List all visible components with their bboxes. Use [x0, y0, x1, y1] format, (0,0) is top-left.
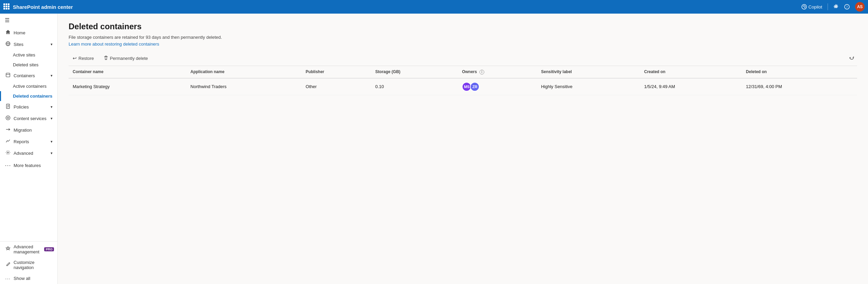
svg-rect-6 [3, 8, 5, 10]
col-created-on: Created on [640, 66, 742, 78]
sidebar-item-policies[interactable]: Policies ▾ [0, 101, 57, 113]
sidebar: ☰ Home Sites ▾ Active sites [0, 14, 58, 284]
user-avatar[interactable]: AS [855, 2, 865, 12]
cell-container-name: Marketing Strategy [69, 78, 186, 95]
page-description: File storage containers are retained for… [69, 35, 857, 40]
sidebar-label-migration: Migration [14, 128, 32, 133]
sidebar-label-reports: Reports [14, 139, 29, 144]
customize-navigation-label: Customize navigation [14, 260, 53, 270]
sidebar-label-sites: Sites [14, 42, 23, 47]
delete-icon [104, 55, 108, 61]
active-containers-label: Active containers [13, 84, 47, 89]
permanently-delete-label: Permanently delete [110, 56, 148, 61]
deleted-containers-label: Deleted containers [13, 94, 52, 99]
reports-icon [5, 138, 11, 145]
col-container-name: Container name [69, 66, 186, 78]
permanently-delete-button[interactable]: Permanently delete [100, 54, 152, 63]
sidebar-label-advanced: Advanced [14, 151, 33, 156]
layout: ☰ Home Sites ▾ Active sites [0, 14, 868, 284]
svg-text:?: ? [846, 5, 848, 9]
restore-button[interactable]: ↩ Restore [69, 54, 98, 63]
sidebar-item-reports[interactable]: Reports ▾ [0, 136, 57, 147]
cell-publisher: Other [302, 78, 371, 95]
more-features-icon: ⋯ [5, 162, 11, 169]
table-header: Container name Application name Publishe… [69, 66, 857, 78]
sites-chevron-icon: ▾ [51, 42, 53, 47]
owners-info-icon[interactable]: i [480, 70, 484, 74]
help-button[interactable]: ? [844, 4, 850, 10]
col-sensitivity-label: Sensitivity label [537, 66, 640, 78]
migration-icon [5, 127, 11, 133]
svg-point-22 [7, 117, 9, 119]
sidebar-item-customize-navigation[interactable]: Customize navigation [0, 257, 57, 273]
table-body: Marketing Strategy Northwind Traders Oth… [69, 78, 857, 95]
topbar-title: SharePoint admin center [13, 4, 801, 10]
topbar: SharePoint admin center Copilot ? AS [0, 0, 868, 14]
sidebar-item-deleted-sites[interactable]: Deleted sites [0, 60, 57, 70]
sidebar-label-containers: Containers [14, 73, 35, 78]
sidebar-item-home[interactable]: Home [0, 27, 57, 38]
table-row[interactable]: Marketing Strategy Northwind Traders Oth… [69, 78, 857, 95]
advanced-management-icon [5, 246, 11, 252]
svg-point-9 [802, 4, 807, 9]
svg-rect-8 [8, 8, 10, 10]
refresh-button[interactable] [846, 53, 857, 63]
sidebar-item-deleted-containers[interactable]: Deleted containers [0, 91, 57, 101]
reports-chevron-icon: ▾ [51, 139, 53, 144]
cell-storage: 0.10 [371, 78, 458, 95]
app-grid-icon[interactable] [3, 3, 10, 11]
advanced-chevron-icon: ▾ [51, 151, 53, 155]
hamburger-button[interactable]: ☰ [0, 14, 57, 27]
owner-avatar: ZR [470, 82, 480, 91]
sidebar-item-sites[interactable]: Sites ▾ [0, 38, 57, 50]
col-owners: Owners i [458, 66, 537, 78]
copilot-button[interactable]: Copilot [801, 4, 822, 10]
cell-sensitivity-label: Highly Sensitive [537, 78, 640, 95]
svg-rect-4 [6, 5, 7, 7]
svg-rect-3 [3, 5, 5, 7]
topbar-right: Copilot ? AS [801, 2, 865, 12]
svg-rect-1 [6, 3, 7, 5]
content-services-icon [5, 115, 11, 121]
home-icon [5, 30, 11, 36]
svg-rect-7 [6, 8, 7, 10]
svg-rect-0 [3, 3, 5, 5]
cell-application-name: Northwind Traders [186, 78, 302, 95]
cell-created-on: 1/5/24, 9:49 AM [640, 78, 742, 95]
sidebar-item-migration[interactable]: Migration [0, 124, 57, 136]
svg-rect-15 [6, 73, 10, 77]
cell-owners: MSZR [458, 78, 537, 95]
customize-nav-icon [5, 262, 11, 268]
settings-button[interactable] [833, 4, 839, 10]
sidebar-item-active-containers[interactable]: Active containers [0, 81, 57, 91]
svg-point-21 [6, 116, 10, 120]
topbar-divider [828, 3, 828, 10]
cell-deleted-on: 12/31/69, 4:00 PM [742, 78, 857, 95]
main-content: Deleted containers File storage containe… [58, 14, 868, 284]
policies-icon [5, 104, 11, 110]
sidebar-label-home: Home [14, 30, 25, 35]
table-header-row: Container name Application name Publishe… [69, 66, 857, 78]
sidebar-item-advanced-management[interactable]: Advanced management PRO [0, 241, 57, 257]
content-services-chevron-icon: ▾ [51, 116, 53, 121]
toolbar: ↩ Restore Permanently delete [69, 53, 857, 66]
sidebar-item-advanced[interactable]: Advanced ▾ [0, 147, 57, 159]
sidebar-item-containers[interactable]: Containers ▾ [0, 70, 57, 81]
sidebar-item-show-all[interactable]: ··· Show all [0, 273, 57, 284]
deleted-sites-label: Deleted sites [13, 62, 38, 67]
advanced-management-label: Advanced management [14, 244, 39, 254]
learn-more-link[interactable]: Learn more about restoring deleted conta… [69, 41, 159, 47]
svg-rect-5 [8, 5, 10, 7]
table-container: Container name Application name Publishe… [69, 66, 857, 95]
col-storage: Storage (GB) [371, 66, 458, 78]
pro-badge: PRO [44, 247, 54, 251]
sidebar-item-more-features[interactable]: ⋯ More features [0, 159, 57, 172]
sidebar-label-policies: Policies [14, 104, 29, 110]
sidebar-item-content-services[interactable]: Content services ▾ [0, 113, 57, 124]
show-all-icon: ··· [5, 275, 11, 281]
col-publisher: Publisher [302, 66, 371, 78]
sidebar-item-active-sites[interactable]: Active sites [0, 50, 57, 60]
restore-label: Restore [78, 56, 94, 61]
copilot-label: Copilot [809, 4, 822, 10]
active-sites-label: Active sites [13, 52, 35, 57]
